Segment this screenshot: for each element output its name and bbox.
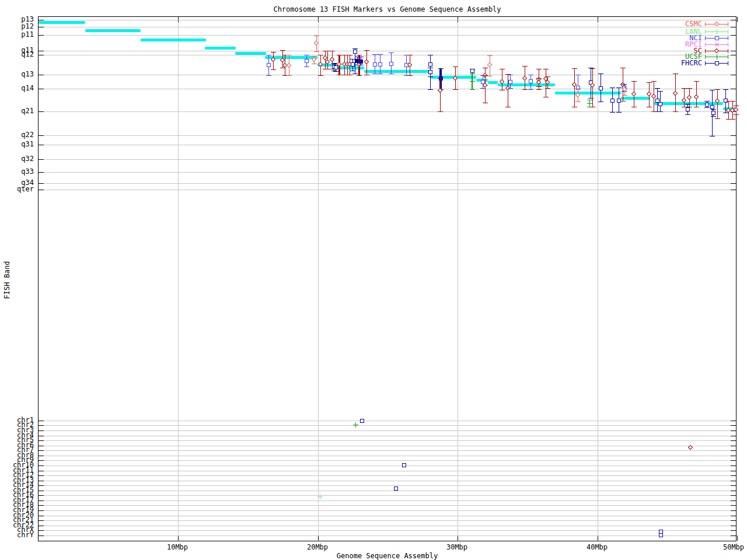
data-point-fhcrc-marker — [659, 533, 663, 537]
legend-marker-nci — [715, 36, 719, 40]
y-axis-tick — [731, 450, 736, 451]
y-axis-tick — [731, 516, 736, 516]
plot-area — [38, 16, 736, 541]
y-axis-tick — [731, 520, 736, 521]
band-tick-label: q22 — [0, 132, 34, 138]
y-axis-tick — [731, 475, 736, 476]
error-bar-cap — [610, 112, 615, 113]
error-bar-cap — [312, 64, 317, 64]
error-bar-cap — [651, 81, 657, 82]
y-gridline — [39, 135, 736, 136]
error-bar — [717, 89, 718, 118]
y-axis-tick — [731, 421, 736, 421]
band-tick-label: q31 — [0, 141, 34, 147]
y-axis-tick — [39, 135, 44, 136]
y-gridline — [39, 481, 736, 481]
y-axis-tick — [731, 466, 736, 466]
y-gridline — [39, 491, 736, 491]
error-bar-cap — [347, 55, 352, 55]
error-bar-cap — [389, 74, 394, 74]
error-bar-cap — [590, 68, 595, 69]
data-point-lanl-marker — [320, 494, 320, 499]
y-axis-tick — [731, 460, 736, 461]
y-axis-tick — [731, 430, 736, 431]
y-axis-tick — [39, 450, 44, 451]
error-bar-cap — [536, 69, 542, 69]
x-tick-label: 50Mbp — [716, 543, 747, 551]
data-point-csmc-marker — [487, 62, 492, 67]
data-point-fhcrc-marker — [353, 50, 357, 54]
y-axis-tick — [731, 495, 736, 496]
error-bar-cap — [575, 75, 581, 75]
y-gridline — [39, 159, 736, 160]
error-bar-cap — [598, 74, 603, 74]
error-bar-cap — [453, 89, 458, 90]
band-tick-label: p12 — [0, 23, 34, 29]
error-bar — [440, 78, 441, 111]
data-point-nci-marker — [508, 80, 512, 84]
y-axis-tick — [731, 55, 736, 55]
data-point-fhcrc-marker — [428, 62, 432, 66]
y-axis-tick — [39, 159, 44, 160]
legend-label-csmc: CSMC — [661, 20, 702, 27]
data-point-fhcrc-marker — [402, 463, 406, 467]
error-bar-cap — [287, 75, 292, 76]
error-bar-cap — [358, 65, 364, 65]
y-gridline — [39, 27, 736, 27]
band-tick-label: qter — [0, 186, 34, 192]
legend-label-fhcrc: FHCRC — [661, 60, 702, 66]
data-point-ucsf-marker — [472, 79, 473, 84]
error-bar-cap — [314, 36, 319, 36]
data-point-sc-marker — [694, 94, 699, 99]
error-bar-cap — [438, 68, 444, 69]
data-point-ucsf-marker — [589, 101, 590, 106]
band-tick-label: q32 — [0, 156, 34, 162]
error-bar-cap — [333, 71, 338, 72]
error-bar-cap — [407, 75, 413, 76]
error-bar-cap — [287, 55, 292, 55]
y-axis-tick — [39, 436, 44, 436]
data-point-fhcrc-marker — [360, 419, 364, 423]
y-axis-tick — [39, 75, 44, 75]
y-axis-tick — [731, 446, 736, 446]
error-bar-cap — [710, 136, 715, 136]
y-axis-tick — [39, 440, 44, 441]
y-axis-tick — [39, 520, 44, 521]
legend-marker-fhcrc — [715, 61, 719, 65]
data-point-fhcrc-marker — [359, 60, 363, 64]
y-axis-tick — [731, 481, 736, 481]
error-bar-cap — [438, 78, 443, 79]
data-point-sc-marker — [483, 83, 487, 88]
y-gridline — [39, 183, 736, 184]
y-gridline — [39, 172, 736, 173]
error-bar-cap — [620, 101, 626, 102]
legend-sample-cap — [705, 30, 706, 34]
x-axis-tick — [737, 536, 738, 541]
data-point-sc-marker — [522, 76, 527, 80]
data-point-nci-marker — [389, 62, 393, 66]
data-point-fhcrc-marker — [428, 70, 432, 74]
error-bar-cap — [378, 74, 383, 74]
band-tick-label: q13 — [0, 71, 34, 77]
x-gridline — [318, 17, 319, 542]
error-bar-cap — [734, 106, 739, 106]
error-bar-cap — [655, 88, 660, 89]
legend-sample-cap — [705, 49, 706, 53]
error-bar-cap — [658, 91, 663, 92]
chart-title: Chromosome 13 FISH Markers vs Genome Seq… — [38, 5, 736, 13]
x-axis-tick — [178, 536, 179, 541]
error-bar-cap — [572, 107, 577, 107]
y-axis-tick — [731, 436, 736, 436]
error-bar — [660, 91, 661, 111]
y-axis-tick — [39, 421, 44, 421]
band-tick-label: q21 — [0, 108, 34, 114]
y-axis-tick — [731, 530, 736, 531]
y-gridline — [39, 505, 736, 506]
error-bar-cap — [575, 88, 581, 89]
y-axis-tick — [39, 471, 44, 471]
data-point-fhcrc-marker — [599, 86, 603, 90]
legend-sample-cap — [705, 55, 706, 59]
y-axis-tick — [39, 530, 44, 531]
error-bar-cap — [522, 66, 528, 66]
y-axis-tick — [39, 456, 44, 456]
